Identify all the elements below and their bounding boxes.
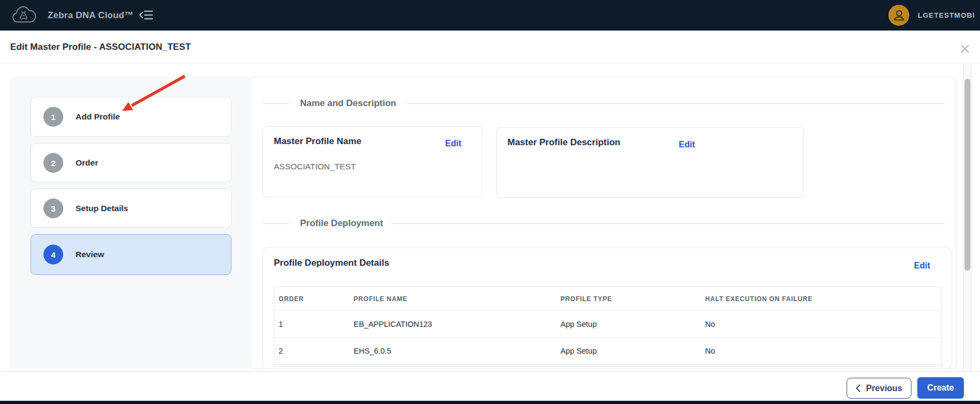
cell-halt: No (705, 347, 941, 355)
zebra-dna-cloud-logo-icon (11, 4, 36, 27)
divider (391, 223, 945, 224)
divider (405, 103, 945, 104)
step-number-badge: 4 (43, 245, 63, 265)
cell-profile-name: EB_APPLICATION123 (354, 320, 560, 328)
divider (261, 223, 292, 224)
cell-halt: No (705, 320, 941, 328)
vertical-scrollbar-thumb[interactable] (964, 79, 970, 271)
cell-order: 2 (279, 347, 354, 355)
card-title: Master Profile Name (274, 136, 361, 147)
step-review[interactable]: 4 Review (31, 234, 231, 275)
step-number-badge: 3 (43, 198, 63, 218)
brand-title: Zebra DNA Cloud™ (48, 0, 133, 31)
cell-profile-name: EHS_6.0.5 (354, 347, 560, 355)
table-row-partial (274, 364, 941, 367)
step-order[interactable]: 2 Order (31, 143, 231, 182)
wizard-steps-sidebar: 1 Add Profile 2 Order 3 Setup Details 4 … (10, 77, 249, 368)
column-header-profile-type: PROFILE TYPE (560, 295, 705, 303)
cell-order: 1 (279, 320, 354, 328)
cell-profile-type: App Setup (560, 347, 705, 355)
section-name-and-description: Name and Description (261, 98, 945, 109)
collapse-menu-icon[interactable] (138, 8, 154, 22)
user-name-label: LGETESTMOBI (918, 0, 975, 31)
step-number-badge: 2 (43, 153, 63, 173)
column-header-profile-name: PROFILE NAME (354, 295, 560, 303)
close-icon[interactable] (959, 42, 971, 55)
previous-button[interactable]: Previous (847, 378, 911, 399)
edit-master-profile-name-link[interactable]: Edit (445, 139, 461, 148)
table-row: 2 EHS_6.0.5 App Setup No (274, 337, 941, 364)
cell-profile-type: App Setup (560, 320, 705, 328)
profile-deployment-details-card: Profile Deployment Details Edit ORDER PR… (263, 248, 952, 369)
table-row: 1 EB_APPLICATION123 App Setup No (274, 310, 941, 337)
table-header-row: ORDER PROFILE NAME PROFILE TYPE HALT EXE… (274, 287, 941, 310)
step-number-badge: 1 (43, 107, 63, 127)
user-avatar[interactable] (888, 5, 909, 26)
column-header-order: ORDER (279, 295, 354, 303)
divider (261, 103, 292, 104)
card-title: Profile Deployment Details (274, 258, 389, 268)
edit-profile-deployment-link[interactable]: Edit (914, 261, 930, 271)
section-profile-deployment: Profile Deployment (261, 218, 945, 229)
person-icon (891, 8, 907, 24)
step-add-profile[interactable]: 1 Add Profile (31, 97, 231, 137)
master-profile-name-value: ASSOCIATION_TEST (274, 162, 356, 171)
dialog-footer: Previous Create (0, 371, 980, 401)
chevron-left-icon (856, 384, 861, 392)
column-header-halt-execution: HALT EXECUTION ON FAILURE (705, 295, 941, 303)
master-profile-description-card: Master Profile Description Edit (496, 127, 804, 198)
master-profile-name-card: Master Profile Name Edit ASSOCIATION_TES… (263, 126, 482, 197)
top-app-bar: Zebra DNA Cloud™ LGETESTMOBI (0, 0, 980, 31)
step-setup-details[interactable]: 3 Setup Details (31, 189, 231, 228)
deployment-table: ORDER PROFILE NAME PROFILE TYPE HALT EXE… (274, 287, 942, 367)
dialog-header: Edit Master Profile - ASSOCIATION_TEST (0, 31, 980, 64)
card-title: Master Profile Description (507, 137, 620, 148)
dialog-title: Edit Master Profile - ASSOCIATION_TEST (10, 31, 191, 64)
create-button[interactable]: Create (917, 377, 964, 399)
edit-master-profile-description-link[interactable]: Edit (679, 140, 695, 149)
window-bottom-edge (0, 401, 980, 404)
